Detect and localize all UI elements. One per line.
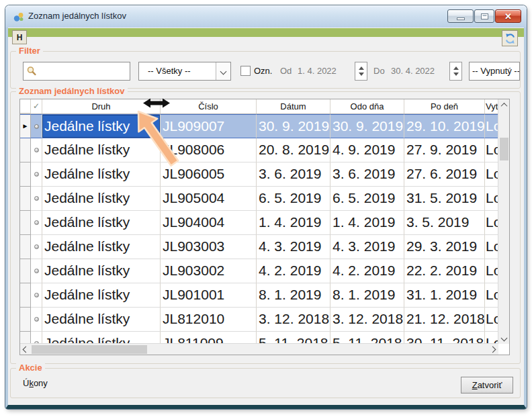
cell-datum[interactable]: 6. 5. 2019 — [257, 187, 330, 211]
cell-odo-dna[interactable]: 4. 2. 2019 — [330, 259, 404, 283]
cell-druh[interactable]: Jedálne lístky — [42, 235, 161, 259]
cell-cislo[interactable]: JL904004 — [161, 211, 257, 235]
scroll-up-button[interactable] — [498, 99, 510, 111]
search-input[interactable] — [37, 66, 130, 77]
row-selector-cell[interactable] — [20, 138, 31, 163]
minimize-button[interactable] — [447, 9, 474, 23]
cell-druh[interactable]: Jedálne lístky — [42, 187, 161, 211]
cell-cislo[interactable]: JL901001 — [161, 283, 257, 308]
cell-odo-dna[interactable]: 5. 11. 2018 — [330, 332, 404, 344]
scroll-left-button[interactable] — [20, 344, 32, 355]
row-selector-cell[interactable] — [20, 308, 31, 332]
cell-vyt[interactable]: Lo — [485, 283, 499, 308]
cell-cislo[interactable]: JL906005 — [161, 163, 257, 187]
cell-po-den[interactable]: 21. 12. 2018 — [404, 308, 485, 332]
cell-cislo[interactable]: JL812010 — [161, 308, 257, 332]
cell-cislo[interactable]: JL811009 — [161, 332, 257, 344]
scroll-down-button[interactable] — [498, 332, 510, 344]
cell-odo-dna[interactable]: 4. 9. 2019 — [330, 138, 404, 163]
table-row[interactable]: Jedálne lístkyJL9030034. 3. 20194. 3. 20… — [20, 235, 509, 259]
cell-po-den[interactable]: 31. 5. 2019 — [404, 187, 485, 211]
cell-druh[interactable]: Jedálne lístky — [42, 332, 161, 344]
spinner-up-icon[interactable] — [359, 66, 364, 70]
header-selector[interactable] — [20, 99, 31, 113]
spinner-down-icon[interactable] — [359, 73, 364, 76]
row-check-cell[interactable] — [31, 114, 42, 138]
cell-druh[interactable]: Jedálne lístky — [42, 114, 161, 138]
cell-datum[interactable]: 4. 2. 2019 — [257, 259, 330, 283]
table-row[interactable]: Jedálne lístkyJL9050046. 5. 20196. 5. 20… — [20, 187, 509, 211]
cell-vyt[interactable]: Lo — [485, 114, 499, 138]
cell-vyt[interactable]: Lo — [485, 259, 499, 283]
header-vyt[interactable]: Vyt — [485, 99, 499, 113]
cell-vyt[interactable]: Lo — [485, 308, 499, 332]
row-check-cell[interactable] — [31, 211, 42, 235]
table-row[interactable]: Jedálne lístkyJL9040041. 4. 20191. 4. 20… — [20, 211, 509, 235]
cell-odo-dna[interactable]: 3. 6. 2019 — [330, 163, 404, 187]
scroll-right-button[interactable] — [487, 344, 498, 355]
row-selector-cell[interactable] — [20, 163, 31, 187]
row-check-cell[interactable] — [31, 259, 42, 283]
cell-vyt[interactable]: Lo — [485, 332, 499, 344]
header-odo-dna[interactable]: Odo dňa — [330, 99, 404, 113]
cell-druh[interactable]: Jedálne lístky — [42, 283, 161, 308]
row-selector-cell[interactable] — [20, 235, 31, 259]
h-scrollbar[interactable] — [20, 343, 498, 355]
cell-cislo[interactable]: JL903002 — [161, 259, 257, 283]
row-check-cell[interactable] — [31, 138, 42, 163]
row-check-cell[interactable] — [31, 187, 42, 211]
cell-cislo[interactable]: JL908006 — [161, 138, 257, 163]
row-selector-cell[interactable] — [20, 259, 31, 283]
cell-odo-dna[interactable]: 8. 1. 2019 — [330, 283, 404, 308]
cell-po-den[interactable]: 29. 3. 2019 — [404, 235, 485, 259]
header-datum[interactable]: Dátum — [257, 99, 330, 113]
row-selector-cell[interactable] — [20, 187, 31, 211]
cell-po-den[interactable]: 22. 2. 2019 — [404, 259, 485, 283]
h-scroll-thumb[interactable] — [32, 345, 147, 354]
cell-datum[interactable]: 3. 6. 2019 — [257, 163, 330, 187]
type-select[interactable]: -- Všetky -- — [138, 62, 231, 81]
cell-po-den[interactable]: 27. 6. 2019 — [404, 163, 485, 187]
header-cislo[interactable]: Číslo — [161, 99, 257, 113]
row-selector-cell[interactable] — [20, 283, 31, 308]
row-check-cell[interactable] — [31, 308, 42, 332]
row-selector-cell[interactable]: ► — [20, 114, 31, 138]
ukony-button[interactable]: Úkony — [23, 378, 48, 388]
header-check[interactable]: ✓ — [31, 99, 42, 113]
cell-po-den[interactable]: 31. 1. 2019 — [404, 283, 485, 308]
cell-po-den[interactable]: 3. 5. 2019 — [404, 211, 485, 235]
search-box[interactable] — [23, 62, 130, 81]
cell-druh[interactable]: Jedálne lístky — [42, 138, 161, 163]
cell-datum[interactable]: 3. 12. 2018 — [257, 308, 330, 332]
maximize-button[interactable] — [474, 9, 494, 23]
cell-odo-dna[interactable]: 3. 12. 2018 — [330, 308, 404, 332]
date-to-spinner[interactable] — [449, 62, 462, 81]
cell-vyt[interactable]: Lo — [485, 163, 499, 187]
cell-vyt[interactable]: Lo — [485, 235, 499, 259]
close-dialog-button[interactable]: Zatvoriť — [461, 377, 513, 393]
cell-datum[interactable]: 20. 8. 2019 — [257, 138, 330, 163]
spinner-up-icon[interactable] — [453, 66, 459, 70]
table-row[interactable]: Jedálne lístkyJL8110095. 11. 20185. 11. … — [20, 332, 509, 344]
v-scroll-thumb[interactable] — [500, 138, 508, 160]
cell-cislo[interactable]: JL909007 — [161, 114, 257, 138]
row-check-cell[interactable] — [31, 235, 42, 259]
cell-po-den[interactable]: 30. 11. 2018 — [404, 332, 485, 344]
table-row[interactable]: Jedálne lístkyJL90800620. 8. 20194. 9. 2… — [20, 138, 509, 163]
date-from-spinner[interactable] — [355, 62, 367, 81]
refresh-button[interactable] — [502, 30, 518, 46]
cell-druh[interactable]: Jedálne lístky — [42, 211, 161, 235]
v-scrollbar[interactable] — [498, 99, 509, 344]
cell-cislo[interactable]: JL903003 — [161, 235, 257, 259]
title-bar[interactable]: Zoznam jedálnych lístkov ✕ — [5, 5, 527, 28]
spinner-down-icon[interactable] — [453, 73, 459, 76]
table-row[interactable]: Jedálne lístkyJL9010018. 1. 20198. 1. 20… — [20, 283, 509, 308]
table-row[interactable]: Jedálne lístkyJL9060053. 6. 20193. 6. 20… — [20, 163, 509, 187]
ozn-checkbox[interactable] — [240, 66, 251, 76]
cell-po-den[interactable]: 29. 10. 2019 — [404, 114, 485, 138]
cell-odo-dna[interactable]: 1. 4. 2019 — [330, 211, 404, 235]
cell-vyt[interactable]: Lo — [485, 187, 499, 211]
close-button[interactable]: ✕ — [495, 9, 521, 23]
cell-po-den[interactable]: 27. 9. 2019 — [404, 138, 485, 163]
cell-vyt[interactable]: Lo — [485, 138, 499, 163]
